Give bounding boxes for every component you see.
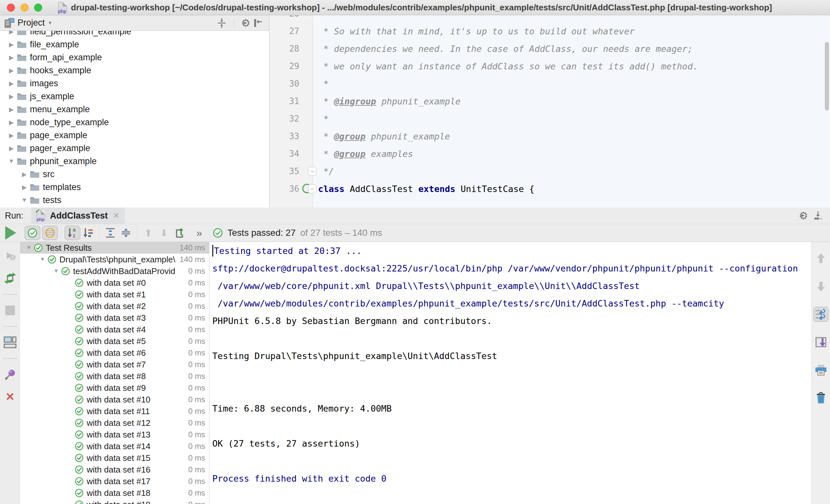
editor-line-35[interactable]: 35− */ [269, 163, 830, 180]
close-tab-icon[interactable]: ✕ [113, 211, 120, 220]
minimize-window-button[interactable] [21, 4, 29, 12]
test-tree-row[interactable]: with data set #30 ms [20, 312, 209, 324]
test-tree-row[interactable]: with data set #70 ms [20, 359, 209, 370]
show-ignored-toggle[interactable] [42, 226, 58, 240]
tree-item-hooks_example[interactable]: ▶hooks_example [0, 64, 269, 77]
chevron-right-icon[interactable]: ▶ [19, 183, 30, 191]
settings-gear-icon[interactable]: ⚙▾ [799, 211, 803, 221]
test-tree-row[interactable]: with data set #60 ms [20, 347, 209, 359]
test-tree-row[interactable]: with data set #100 ms [20, 394, 209, 405]
test-tree-row[interactable]: with data set #180 ms [20, 487, 209, 499]
test-tree-row[interactable]: with data set #00 ms [20, 277, 209, 289]
test-tree-row[interactable]: with data set #110 ms [20, 405, 209, 417]
fold-marker-icon[interactable]: − [308, 167, 317, 176]
close-window-button[interactable] [7, 4, 15, 12]
tree-item-page_example[interactable]: ▶page_example [0, 129, 269, 142]
editor-scrollbar[interactable] [825, 42, 829, 110]
chevron-right-icon[interactable]: ▶ [19, 171, 30, 178]
test-tree-row[interactable]: ▼Test Results140 ms [20, 242, 209, 254]
scroll-to-end-icon[interactable] [813, 335, 828, 349]
chevron-right-icon[interactable]: ▶ [6, 41, 17, 48]
more-actions-chevrons[interactable]: » [196, 227, 202, 239]
test-tree-row[interactable]: with data set #90 ms [20, 382, 209, 394]
tree-item-tests[interactable]: ▼tests [0, 194, 269, 207]
test-tree-row[interactable]: with data set #150 ms [20, 452, 209, 464]
chevron-down-icon[interactable]: ▼ [38, 256, 47, 263]
settings-gear-icon[interactable]: ⚙▾ [241, 18, 246, 28]
rerun-tests-button[interactable] [5, 226, 16, 240]
export-test-results-icon[interactable] [172, 226, 187, 240]
restore-layout-icon[interactable] [3, 335, 17, 349]
chevron-right-icon[interactable]: ▶ [6, 106, 17, 113]
tree-item-file_example[interactable]: ▶file_example [0, 38, 269, 51]
soft-wrap-toggle[interactable] [813, 307, 828, 322]
editor-line-33[interactable]: 33 * @group phpunit_example [269, 128, 830, 145]
collapse-all-icon[interactable] [118, 226, 134, 240]
zoom-window-button[interactable] [34, 4, 42, 12]
test-console-output[interactable]: Testing started at 20:37 ...sftp://docke… [210, 242, 811, 504]
test-tree-row[interactable]: with data set #170 ms [20, 475, 209, 487]
chevron-right-icon[interactable]: ▶ [6, 93, 17, 100]
test-tree-row[interactable]: with data set #20 ms [20, 300, 209, 312]
hide-tool-window-icon[interactable] [813, 211, 823, 221]
test-tree-row[interactable]: with data set #50 ms [20, 335, 209, 347]
test-tree-row[interactable]: ▼Drupal\Tests\phpunit_example\Unit\AddCl… [20, 254, 209, 265]
editor-line-32[interactable]: 32 * [269, 110, 830, 128]
chevron-right-icon[interactable]: ▶ [6, 80, 17, 87]
chevron-right-icon[interactable]: ▶ [6, 145, 17, 152]
chevron-right-icon[interactable]: ▶ [6, 67, 17, 74]
test-tree-row[interactable]: with data set #120 ms [20, 417, 209, 429]
tree-item-field_permission_example[interactable]: ▶field_permission_example [0, 31, 269, 38]
tree-item-node_type_example[interactable]: ▶node_type_example [0, 116, 269, 129]
close-run-panel-icon[interactable]: ✕ [3, 390, 17, 404]
chevron-down-icon[interactable]: ▾ [49, 20, 52, 26]
test-tree-row[interactable]: ▼testAddWithBadDataProvider0 ms [20, 265, 209, 277]
test-tree-row[interactable]: with data set #40 ms [20, 324, 209, 335]
test-tree-row[interactable]: with data set #80 ms [20, 370, 209, 382]
folder-icon [30, 196, 40, 204]
editor-line-27[interactable]: 27 * So with that in mind, it's up to us… [269, 22, 830, 40]
tree-item-menu_example[interactable]: ▶menu_example [0, 103, 269, 116]
chevron-down-icon[interactable]: ▼ [6, 158, 17, 165]
editor-line-30[interactable]: 30 * [269, 75, 830, 93]
editor-line-34[interactable]: 34 * @group examples [269, 145, 830, 163]
editor-line-26[interactable]: 26 [269, 15, 830, 22]
print-icon[interactable] [813, 363, 828, 377]
sort-by-duration-icon[interactable] [80, 226, 96, 240]
tree-item-pager_example[interactable]: ▶pager_example [0, 142, 269, 155]
project-panel-title[interactable]: Project [18, 18, 45, 28]
hide-panel-icon[interactable] [253, 18, 263, 28]
test-tree-row[interactable]: with data set #140 ms [20, 440, 209, 452]
clear-console-trash-icon[interactable] [813, 391, 828, 405]
chevron-down-icon[interactable]: ▼ [19, 197, 30, 204]
run-tab-addclasstest[interactable]: ✓ php AddClassTest ✕ [31, 208, 125, 224]
expand-all-icon[interactable] [103, 226, 118, 240]
test-tree-row[interactable]: with data set #130 ms [20, 429, 209, 440]
collapse-all-icon[interactable] [217, 18, 227, 28]
fold-marker-icon[interactable]: − [308, 184, 317, 193]
chevron-right-icon[interactable]: ▶ [6, 119, 17, 126]
sort-alphabetically-toggle[interactable]: az [65, 226, 80, 240]
chevron-down-icon[interactable]: ▼ [51, 268, 61, 274]
tree-item-images[interactable]: ▶images [0, 77, 269, 90]
toggle-auto-test-icon[interactable] [3, 271, 17, 285]
chevron-right-icon[interactable]: ▶ [6, 132, 17, 139]
chevron-right-icon[interactable]: ▶ [6, 31, 17, 35]
test-tree-row[interactable]: with data set #160 ms [20, 464, 209, 475]
show-passed-toggle[interactable] [25, 226, 40, 240]
pin-tab-icon[interactable] [3, 367, 17, 382]
tree-item-phpunit_example[interactable]: ▼phpunit_example [0, 155, 269, 168]
tree-item-js_example[interactable]: ▶js_example [0, 90, 269, 103]
test-tree-row[interactable]: with data set #190 ms [20, 499, 209, 504]
chevron-right-icon[interactable]: ▶ [6, 54, 17, 61]
tree-item-form_api_example[interactable]: ▶form_api_example [0, 51, 269, 64]
code-editor[interactable]: 2627 * So with that in mind, it's up to … [269, 15, 830, 208]
tree-item-src[interactable]: ▶src [0, 168, 269, 181]
editor-line-29[interactable]: 29 * we only want an instance of AddClas… [269, 58, 830, 75]
editor-line-28[interactable]: 28 * dependencies we need. In the case o… [269, 40, 830, 58]
chevron-down-icon[interactable]: ▼ [24, 244, 34, 251]
editor-line-31[interactable]: 31 * @ingroup phpunit_example [269, 93, 830, 110]
editor-line-36[interactable]: 36−class AddClassTest extends UnitTestCa… [269, 180, 830, 198]
tree-item-templates[interactable]: ▶templates [0, 181, 269, 194]
test-tree-row[interactable]: with data set #10 ms [20, 289, 209, 300]
